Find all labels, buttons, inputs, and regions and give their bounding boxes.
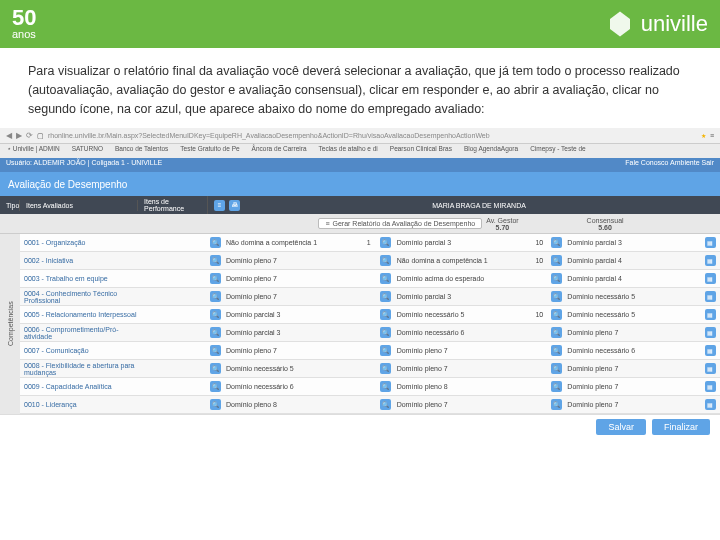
employee-name: MARIA BRAGA DE MIRANDA	[244, 202, 714, 209]
url-text: rhonline.univille.br/Main.aspx?SelectedM…	[48, 132, 490, 139]
search-icon[interactable]: 🔍	[551, 345, 562, 356]
search-icon[interactable]: 🔍	[551, 309, 562, 320]
item-id[interactable]: 0006 - Comprometimento/Pró-atividade	[20, 326, 138, 340]
footer-actions: Salvar Finalizar	[0, 414, 720, 438]
doc-icon: ▢	[37, 132, 44, 140]
tab-item[interactable]: ⋆ Univille | ADMIN	[2, 144, 65, 158]
search-icon[interactable]: 🔍	[380, 327, 391, 338]
search-icon[interactable]: 🔍	[380, 363, 391, 374]
search-icon[interactable]: 🔍	[210, 363, 221, 374]
expand-icon[interactable]: ▦	[705, 309, 716, 320]
bookmark-star-icon[interactable]: ★	[701, 132, 706, 139]
cell-a: Domínio pleno 7	[222, 347, 359, 354]
search-icon[interactable]: 🔍	[551, 381, 562, 392]
cell-c: Domínio parcial 4	[563, 257, 700, 264]
user-info-bar: Usuário: ALDEMIR JOÃO | Coligada 1 - UNI…	[0, 158, 720, 172]
expand-icon[interactable]: ▦	[705, 237, 716, 248]
finalize-button[interactable]: Finalizar	[652, 419, 710, 435]
item-id[interactable]: 0003 - Trabalho em equipe	[20, 275, 138, 282]
cell-a: Não domina a competência 1	[222, 239, 359, 246]
search-icon[interactable]: 🔍	[210, 255, 221, 266]
tab-item[interactable]: Teste Gratuito de Pe	[175, 144, 244, 158]
search-icon[interactable]: 🔍	[210, 237, 221, 248]
expand-icon[interactable]: ▦	[705, 291, 716, 302]
cell-c: Domínio pleno 7	[563, 383, 700, 390]
cell-b: Domínio pleno 8	[393, 383, 530, 390]
tab-item[interactable]: Blog AgendaAgora	[459, 144, 523, 158]
cell-b: Domínio necessário 6	[393, 329, 530, 336]
search-icon[interactable]: 🔍	[551, 363, 562, 374]
search-icon[interactable]: 🔍	[380, 309, 391, 320]
cell-a: Domínio necessário 5	[222, 365, 359, 372]
print-icon[interactable]: 🖶	[229, 200, 240, 211]
expand-icon[interactable]: ▦	[705, 363, 716, 374]
nav-back-icon[interactable]: ◀	[6, 131, 12, 140]
item-id[interactable]: 0008 - Flexibilidade e abertura para mud…	[20, 362, 138, 376]
list-icon[interactable]: ≡	[214, 200, 225, 211]
table-row: 0002 - Iniciativa🔍Domínio pleno 7🔍Não do…	[20, 252, 720, 270]
expand-icon[interactable]: ▦	[705, 399, 716, 410]
search-icon[interactable]: 🔍	[210, 291, 221, 302]
consensual-score: Consensual5.60	[587, 217, 624, 231]
cell-c: Domínio pleno 7	[563, 329, 700, 336]
search-icon[interactable]: 🔍	[551, 399, 562, 410]
cell-a: Domínio necessário 6	[222, 383, 359, 390]
item-id[interactable]: 0009 - Capacidade Analítica	[20, 383, 138, 390]
table-row: 0008 - Flexibilidade e abertura para mud…	[20, 360, 720, 378]
tab-item[interactable]: Banco de Talentos	[110, 144, 173, 158]
search-icon[interactable]: 🔍	[210, 381, 221, 392]
search-icon[interactable]: 🔍	[380, 381, 391, 392]
cell-c: Domínio necessário 6	[563, 347, 700, 354]
report-button[interactable]: ≡ Gerar Relatório da Avaliação de Desemp…	[318, 218, 482, 229]
tab-item[interactable]: Cimepsy - Teste de	[525, 144, 591, 158]
search-icon[interactable]: 🔍	[210, 309, 221, 320]
item-id[interactable]: 0010 - Liderança	[20, 401, 138, 408]
cell-c: Domínio parcial 4	[563, 275, 700, 282]
search-icon[interactable]: 🔍	[210, 399, 221, 410]
search-icon[interactable]: 🔍	[551, 327, 562, 338]
cell-b: Domínio pleno 7	[393, 401, 530, 408]
cell-b: Domínio parcial 3	[393, 293, 530, 300]
nav-fwd-icon[interactable]: ▶	[16, 131, 22, 140]
table-row: 0005 - Relacionamento Interpessoal🔍Domín…	[20, 306, 720, 324]
search-icon[interactable]: 🔍	[380, 345, 391, 356]
user-links[interactable]: Fale Conosco Ambiente Sair	[625, 159, 714, 171]
search-icon[interactable]: 🔍	[551, 255, 562, 266]
tab-item[interactable]: Pearson Clinical Bras	[385, 144, 457, 158]
search-icon[interactable]: 🔍	[210, 345, 221, 356]
table-row: 0006 - Comprometimento/Pró-atividade🔍Dom…	[20, 324, 720, 342]
search-icon[interactable]: 🔍	[380, 291, 391, 302]
cell-a: Domínio pleno 7	[222, 257, 359, 264]
menu-icon[interactable]: ≡	[710, 132, 714, 139]
cell-c: Domínio pleno 7	[563, 401, 700, 408]
item-id[interactable]: 0002 - Iniciativa	[20, 257, 138, 264]
report-icon: ≡	[325, 220, 329, 227]
cell-b: Domínio acima do esperado	[393, 275, 530, 282]
save-button[interactable]: Salvar	[596, 419, 646, 435]
expand-icon[interactable]: ▦	[705, 255, 716, 266]
item-id[interactable]: 0001 - Organização	[20, 239, 138, 246]
search-icon[interactable]: 🔍	[210, 327, 221, 338]
expand-icon[interactable]: ▦	[705, 345, 716, 356]
expand-icon[interactable]: ▦	[705, 381, 716, 392]
tab-item[interactable]: Âncora de Carreira	[247, 144, 312, 158]
item-id[interactable]: 0004 - Conhecimento Técnico Profissional	[20, 290, 138, 304]
expand-icon[interactable]: ▦	[705, 273, 716, 284]
tab-item[interactable]: Teclas de atalho e di	[314, 144, 383, 158]
search-icon[interactable]: 🔍	[380, 255, 391, 266]
search-icon[interactable]: 🔍	[551, 273, 562, 284]
logo-50anos: 50 anos	[12, 8, 36, 40]
cell-bn: 10	[529, 257, 549, 264]
search-icon[interactable]: 🔍	[551, 237, 562, 248]
search-icon[interactable]: 🔍	[551, 291, 562, 302]
search-icon[interactable]: 🔍	[380, 237, 391, 248]
bookmark-tabs: ⋆ Univille | ADMIN SATURNO Banco de Tale…	[0, 144, 720, 158]
search-icon[interactable]: 🔍	[380, 273, 391, 284]
tab-item[interactable]: SATURNO	[67, 144, 108, 158]
search-icon[interactable]: 🔍	[210, 273, 221, 284]
search-icon[interactable]: 🔍	[380, 399, 391, 410]
item-id[interactable]: 0007 - Comunicação	[20, 347, 138, 354]
item-id[interactable]: 0005 - Relacionamento Interpessoal	[20, 311, 138, 318]
reload-icon[interactable]: ⟳	[26, 131, 33, 140]
expand-icon[interactable]: ▦	[705, 327, 716, 338]
